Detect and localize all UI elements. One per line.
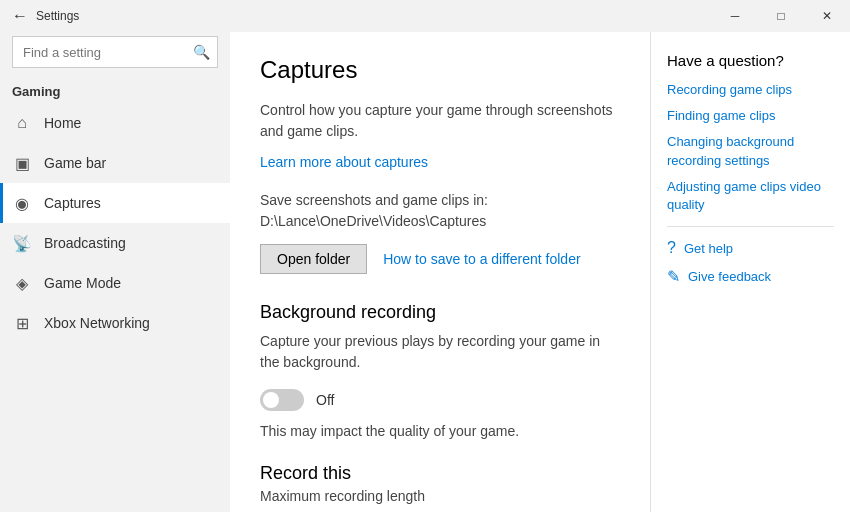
right-panel: Have a question? Recording game clips Fi… [650, 32, 850, 512]
search-input[interactable] [12, 36, 218, 68]
background-recording-heading: Background recording [260, 302, 620, 323]
maximize-button[interactable]: □ [758, 0, 804, 32]
minimize-button[interactable]: ─ [712, 0, 758, 32]
record-this-heading: Record this [260, 463, 620, 484]
sidebar-item-xboxnetworking[interactable]: ⊞ Xbox Networking [0, 303, 230, 343]
get-help-label: Get help [684, 241, 733, 256]
background-recording-desc: Capture your previous plays by recording… [260, 331, 620, 373]
gamebar-icon: ▣ [12, 153, 32, 173]
sidebar-item-gamemode[interactable]: ◈ Game Mode [0, 263, 230, 303]
get-help-icon: ? [667, 239, 676, 257]
titlebar: ← Settings ─ □ ✕ [0, 0, 850, 32]
save-different-link[interactable]: How to save to a different folder [383, 251, 580, 267]
panel-divider [667, 226, 834, 227]
panel-link-recording-clips[interactable]: Recording game clips [667, 81, 834, 99]
page-title: Captures [260, 56, 620, 84]
learn-more-link[interactable]: Learn more about captures [260, 154, 428, 170]
sidebar-item-gamebar[interactable]: ▣ Game bar [0, 143, 230, 183]
home-icon: ⌂ [12, 113, 32, 133]
sidebar-item-gamemode-label: Game Mode [44, 275, 121, 291]
open-folder-button[interactable]: Open folder [260, 244, 367, 274]
impact-text: This may impact the quality of your game… [260, 423, 620, 439]
give-feedback-action[interactable]: ✎ Give feedback [667, 267, 834, 286]
section-label: Gaming [0, 76, 230, 103]
give-feedback-icon: ✎ [667, 267, 680, 286]
max-recording-label: Maximum recording length [260, 488, 620, 504]
give-feedback-label: Give feedback [688, 269, 771, 284]
get-help-action[interactable]: ? Get help [667, 239, 834, 257]
sidebar-item-xboxnetworking-label: Xbox Networking [44, 315, 150, 331]
back-icon[interactable]: ← [12, 7, 28, 25]
sidebar-item-home-label: Home [44, 115, 81, 131]
sidebar: 🔍 Gaming ⌂ Home ▣ Game bar ◉ Captures 📡 … [0, 32, 230, 512]
sidebar-item-captures-label: Captures [44, 195, 101, 211]
search-icon: 🔍 [193, 44, 210, 60]
panel-link-finding-clips[interactable]: Finding game clips [667, 107, 834, 125]
panel-link-adjusting-quality[interactable]: Adjusting game clips video quality [667, 178, 834, 214]
sidebar-item-broadcasting[interactable]: 📡 Broadcasting [0, 223, 230, 263]
sidebar-item-home[interactable]: ⌂ Home [0, 103, 230, 143]
sidebar-item-captures[interactable]: ◉ Captures [0, 183, 230, 223]
panel-link-changing-bg[interactable]: Changing background recording settings [667, 133, 834, 169]
titlebar-controls: ─ □ ✕ [712, 0, 850, 32]
settings-title: Settings [36, 9, 79, 23]
save-path-text: Save screenshots and game clips in: D:\L… [260, 190, 620, 232]
sidebar-item-gamebar-label: Game bar [44, 155, 106, 171]
toggle-label: Off [316, 392, 334, 408]
background-toggle[interactable] [260, 389, 304, 411]
xboxnetworking-icon: ⊞ [12, 313, 32, 333]
have-question-label: Have a question? [667, 52, 834, 69]
broadcasting-icon: 📡 [12, 233, 32, 253]
search-box[interactable]: 🔍 [12, 36, 218, 68]
captures-description: Control how you capture your game throug… [260, 100, 620, 142]
btn-row: Open folder How to save to a different f… [260, 244, 620, 274]
main-content: Captures Control how you capture your ga… [230, 32, 650, 512]
toggle-row: Off [260, 389, 620, 411]
app-body: 🔍 Gaming ⌂ Home ▣ Game bar ◉ Captures 📡 … [0, 32, 850, 512]
captures-icon: ◉ [12, 193, 32, 213]
close-button[interactable]: ✕ [804, 0, 850, 32]
gamemode-icon: ◈ [12, 273, 32, 293]
titlebar-left: ← Settings [12, 7, 79, 25]
sidebar-item-broadcasting-label: Broadcasting [44, 235, 126, 251]
